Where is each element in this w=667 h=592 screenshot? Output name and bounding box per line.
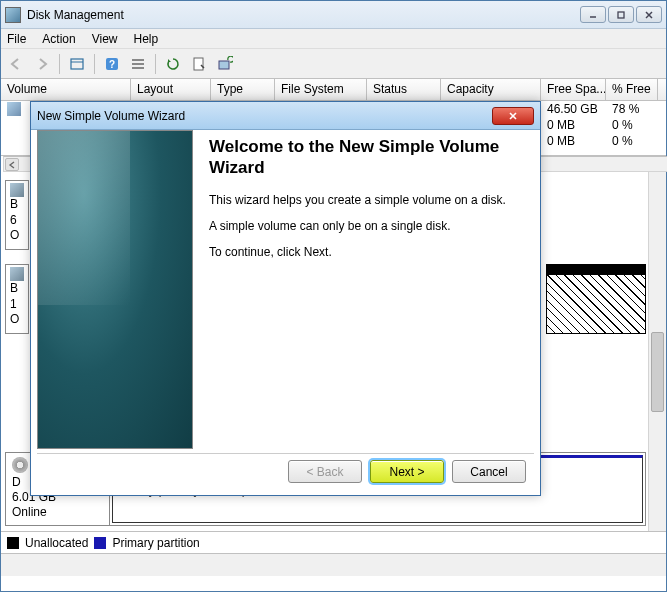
legend-primary-label: Primary partition (112, 536, 199, 550)
menu-file[interactable]: File (7, 32, 26, 46)
wizard-paragraph: This wizard helps you create a simple vo… (209, 193, 522, 207)
close-icon (508, 111, 518, 121)
col-type[interactable]: Type (211, 79, 275, 100)
dialog-close-button[interactable] (492, 107, 534, 125)
view-settings-icon (69, 56, 85, 72)
svg-text:?: ? (109, 59, 115, 70)
arrow-right-icon (34, 56, 50, 72)
col-volume[interactable]: Volume (1, 79, 131, 100)
refresh-button[interactable] (162, 53, 184, 75)
disk-label-fragment: 6 (10, 213, 24, 229)
toolbar: ? (1, 49, 666, 79)
scroll-left-button[interactable] (5, 158, 19, 171)
svg-rect-10 (132, 67, 144, 69)
disk-management-window: Disk Management File Action View Help (0, 0, 667, 592)
dialog-button-row: < Back Next > Cancel (37, 453, 534, 489)
partition-box[interactable] (546, 264, 646, 334)
dialog-titlebar[interactable]: New Simple Volume Wizard (31, 102, 540, 130)
column-headers: Volume Layout Type File System Status Ca… (1, 79, 666, 101)
rescan-icon (217, 56, 233, 72)
volume-icon (7, 102, 21, 116)
forward-button[interactable] (31, 53, 53, 75)
disk-label-fragment: O (10, 312, 24, 328)
menu-view[interactable]: View (92, 32, 118, 46)
svg-rect-1 (618, 12, 624, 18)
properties-icon (191, 56, 207, 72)
maximize-icon (616, 10, 626, 20)
window-controls (580, 6, 662, 23)
window-title: Disk Management (27, 8, 580, 22)
disk-icon (10, 183, 24, 197)
disk-label-fragment: B (10, 281, 24, 297)
cell-pct-free: 0 % (606, 118, 658, 132)
disk-icon (10, 267, 24, 281)
wizard-heading: Welcome to the New Simple Volume Wizard (209, 136, 522, 179)
close-icon (644, 10, 654, 20)
col-file-system[interactable]: File System (275, 79, 367, 100)
close-button[interactable] (636, 6, 662, 23)
menu-help[interactable]: Help (134, 32, 159, 46)
svg-rect-4 (71, 59, 83, 69)
rescan-button[interactable] (214, 53, 236, 75)
view-settings-button[interactable] (66, 53, 88, 75)
refresh-icon (165, 56, 181, 72)
toolbar-separator (94, 54, 95, 74)
legend-swatch-unallocated (7, 537, 19, 549)
disk-status: Online (12, 505, 103, 520)
svg-rect-12 (219, 61, 229, 69)
svg-rect-9 (132, 63, 144, 65)
scrollbar-thumb[interactable] (651, 332, 664, 412)
dialog-body: Welcome to the New Simple Volume Wizard … (37, 130, 534, 449)
cell-free-space: 46.50 GB (541, 102, 606, 116)
cancel-button[interactable]: Cancel (452, 460, 526, 483)
legend-unallocated-label: Unallocated (25, 536, 88, 550)
legend-swatch-primary (94, 537, 106, 549)
wizard-paragraph: A simple volume can only be on a single … (209, 219, 522, 233)
back-button: < Back (288, 460, 362, 483)
menubar: File Action View Help (1, 29, 666, 49)
svg-rect-11 (194, 58, 203, 70)
disk-panel-fragment[interactable]: B 1 O (5, 264, 29, 334)
disk-label-fragment: 1 (10, 297, 24, 313)
app-icon (5, 7, 21, 23)
help-icon: ? (104, 56, 120, 72)
list-view-button[interactable] (127, 53, 149, 75)
minimize-button[interactable] (580, 6, 606, 23)
cell-pct-free: 78 % (606, 102, 658, 116)
svg-rect-8 (132, 59, 144, 61)
cell-free-space: 0 MB (541, 134, 606, 148)
col-layout[interactable]: Layout (131, 79, 211, 100)
next-button[interactable]: Next > (370, 460, 444, 483)
help-button[interactable]: ? (101, 53, 123, 75)
toolbar-separator (59, 54, 60, 74)
disk-panel-fragment[interactable]: B 6 O (5, 180, 29, 250)
chevron-left-icon (8, 161, 16, 169)
disk-label-fragment: O (10, 228, 24, 244)
wizard-banner-image (37, 130, 193, 449)
toolbar-separator (155, 54, 156, 74)
col-pct-free[interactable]: % Free (606, 79, 658, 100)
back-button[interactable] (5, 53, 27, 75)
col-free-space[interactable]: Free Spa... (541, 79, 606, 100)
menu-action[interactable]: Action (42, 32, 75, 46)
partition-header-bar (547, 265, 645, 275)
disk-label-fragment: B (10, 197, 24, 213)
partition-unallocated-area (547, 275, 645, 333)
status-bar (1, 554, 666, 576)
titlebar: Disk Management (1, 1, 666, 29)
cell-pct-free: 0 % (606, 134, 658, 148)
legend: Unallocated Primary partition (1, 532, 666, 554)
maximize-button[interactable] (608, 6, 634, 23)
properties-button[interactable] (188, 53, 210, 75)
dialog-title: New Simple Volume Wizard (37, 109, 492, 123)
minimize-icon (588, 10, 598, 20)
wizard-paragraph: To continue, click Next. (209, 245, 522, 259)
arrow-left-icon (8, 56, 24, 72)
new-simple-volume-wizard-dialog: New Simple Volume Wizard Welcome to the … (30, 101, 541, 496)
wizard-content: Welcome to the New Simple Volume Wizard … (193, 130, 534, 449)
col-status[interactable]: Status (367, 79, 441, 100)
graphical-scrollbar-vertical[interactable] (648, 172, 666, 531)
cell-free-space: 0 MB (541, 118, 606, 132)
col-capacity[interactable]: Capacity (441, 79, 541, 100)
list-icon (130, 56, 146, 72)
